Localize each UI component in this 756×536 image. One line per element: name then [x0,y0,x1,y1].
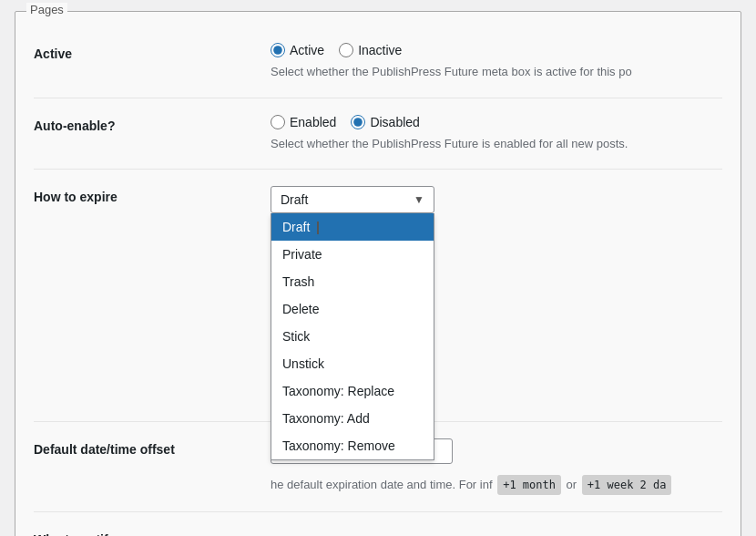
who-to-notify-label: Who to notify [34,529,271,537]
disabled-radio-input[interactable] [351,115,365,129]
dropdown-item-taxonomy-remove[interactable]: Taxonomy: Remove [271,432,434,459]
auto-enable-label: Auto-enable? [34,115,271,133]
enabled-radio-input[interactable] [271,115,285,129]
inactive-radio-label: Inactive [358,43,402,57]
code-badge-2: +1 week 2 da [582,475,672,495]
pages-legend: Pages [26,3,67,16]
active-description: Select whether the PublishPress Future m… [271,63,722,81]
cursor-icon [312,222,319,234]
expire-select-wrapper: Draft ▼ Draft Private Trash Delete Stick… [271,186,434,213]
who-to-notify-row: Who to notify Enter a comma separate lis… [34,512,722,537]
dropdown-item-stick[interactable]: Stick [271,323,434,350]
dropdown-item-taxonomy-add[interactable]: Taxonomy: Add [271,405,434,432]
date-offset-description: he default expiration date and time. For… [271,475,722,495]
active-content: Active Inactive Select whether the Publi… [271,43,722,81]
dropdown-item-unstick[interactable]: Unstick [271,350,434,377]
active-radio-input[interactable] [271,43,285,57]
expire-select-value: Draft [281,192,308,207]
how-to-expire-row: How to expire Draft ▼ Draft Private Tras… [34,170,722,422]
inactive-radio-option[interactable]: Inactive [339,43,402,57]
disabled-radio-label: Disabled [370,115,419,129]
enabled-radio-option[interactable]: Enabled [271,115,336,129]
enabled-radio-label: Enabled [290,115,336,129]
dropdown-item-private[interactable]: Private [271,241,434,268]
active-radio-option[interactable]: Active [271,43,324,57]
pages-container: Pages Active Active Inactive Select whet… [15,11,741,536]
how-to-expire-content: Draft ▼ Draft Private Trash Delete Stick… [271,186,722,405]
active-label: Active [34,43,271,61]
who-to-notify-description: Enter a comma separate list of emails th… [271,532,722,537]
dropdown-item-delete[interactable]: Delete [271,295,434,323]
inactive-radio-input[interactable] [339,43,353,57]
code-badge-1: +1 month [497,475,561,495]
active-radio-label: Active [290,43,324,57]
active-row: Active Active Inactive Select whether th… [34,26,722,98]
auto-enable-row: Auto-enable? Enabled Disabled Select whe… [34,98,722,170]
date-offset-label: Default date/time offset [34,438,271,457]
expire-dropdown-menu: Draft Private Trash Delete Stick Unstick… [271,213,434,460]
active-radio-group: Active Inactive [271,43,722,57]
dropdown-item-trash[interactable]: Trash [271,268,434,295]
auto-enable-content: Enabled Disabled Select whether the Publ… [271,115,722,153]
dropdown-item-taxonomy-replace[interactable]: Taxonomy: Replace [271,377,434,405]
disabled-radio-option[interactable]: Disabled [351,115,419,129]
dropdown-item-draft[interactable]: Draft [271,213,434,241]
who-to-notify-content: Enter a comma separate list of emails th… [271,529,722,537]
chevron-down-icon: ▼ [414,193,424,206]
how-to-expire-label: How to expire [34,186,271,204]
auto-enable-description: Select whether the PublishPress Future i… [271,135,722,153]
expire-select-display[interactable]: Draft ▼ [271,186,434,213]
auto-enable-radio-group: Enabled Disabled [271,115,722,129]
